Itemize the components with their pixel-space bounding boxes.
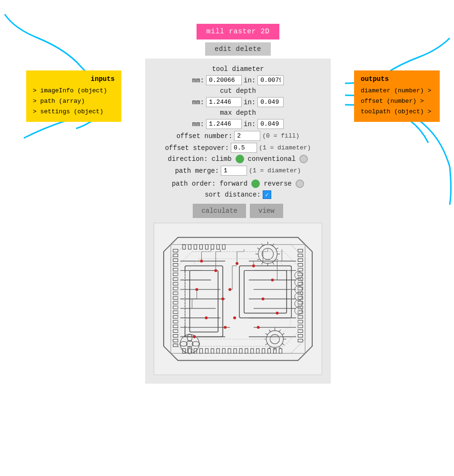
outputs-item-3: toolpath (object) >: [361, 107, 433, 117]
tool-diameter-row: mm: in:: [154, 75, 322, 85]
path-merge-row: path merge: (1 = diameter): [154, 166, 322, 176]
calculate-button[interactable]: calculate: [193, 204, 246, 218]
svg-point-142: [276, 312, 279, 315]
offset-number-hint: (0 = fill): [262, 132, 299, 139]
inputs-item-1: > imageInfo (object): [33, 86, 115, 96]
offset-number-input[interactable]: [234, 131, 260, 141]
max-depth-in-label: in:: [244, 120, 256, 128]
max-depth-in-input[interactable]: [257, 119, 284, 129]
climb-label: climb: [212, 155, 232, 163]
offset-stepover-row: offset stepover: (1 = diameter): [154, 143, 322, 153]
forward-label: forward: [219, 180, 247, 188]
cut-depth-title: cut depth: [154, 87, 322, 95]
path-merge-hint: (1 = diameter): [249, 167, 301, 174]
svg-point-137: [224, 326, 227, 329]
sort-distance-checkbox[interactable]: ✓: [263, 190, 271, 199]
offset-stepover-hint: (1 = diameter): [259, 144, 311, 151]
sort-distance-row: sort distance: ✓: [154, 190, 322, 199]
max-depth-mm-label: mm:: [192, 120, 204, 128]
tool-diameter-title: tool diameter: [154, 65, 322, 73]
inputs-item-3: > settings (object): [33, 107, 115, 117]
offset-number-row: offset number: (0 = fill): [154, 131, 322, 141]
svg-rect-0: [154, 223, 322, 375]
content-area: tool diameter mm: in: cut depth mm: in: …: [145, 59, 331, 384]
tool-diameter-in-input[interactable]: [257, 75, 284, 85]
reverse-radio[interactable]: [296, 179, 304, 188]
pcb-svg: [154, 223, 322, 375]
outputs-item-1: diameter (number) >: [361, 86, 433, 96]
max-depth-row: mm: in:: [154, 119, 322, 129]
max-depth-title: max depth: [154, 109, 322, 117]
tool-diameter-in-label: in:: [244, 77, 256, 84]
cut-depth-mm-input[interactable]: [206, 97, 242, 107]
title-button[interactable]: mill raster 2D: [197, 24, 279, 40]
cut-depth-in-label: in:: [244, 99, 256, 106]
climb-radio[interactable]: [236, 155, 244, 163]
path-merge-label: path merge:: [175, 167, 219, 175]
action-buttons: calculate view: [154, 204, 322, 218]
svg-point-138: [193, 336, 196, 338]
inputs-title: inputs: [33, 75, 115, 83]
forward-radio[interactable]: [251, 179, 260, 188]
cut-depth-in-input[interactable]: [257, 97, 284, 107]
view-button[interactable]: view: [250, 204, 283, 218]
pcb-preview: [154, 223, 322, 375]
svg-point-136: [205, 317, 207, 319]
cut-depth-mm-label: mm:: [192, 99, 204, 106]
reverse-label: reverse: [264, 180, 292, 188]
tool-diameter-mm-input[interactable]: [206, 75, 242, 85]
inputs-item-2: > path (array): [33, 96, 115, 107]
offset-number-label: offset number:: [177, 132, 233, 140]
direction-label: direction:: [168, 155, 208, 163]
offset-stepover-input[interactable]: [231, 143, 257, 153]
svg-point-143: [257, 326, 260, 329]
svg-point-135: [221, 298, 224, 300]
outputs-item-2: offset (number) >: [361, 96, 433, 107]
offset-stepover-label: offset stepover:: [165, 144, 229, 152]
cut-depth-row: mm: in:: [154, 97, 322, 107]
edit-delete-button[interactable]: edit delete: [205, 42, 271, 56]
tool-diameter-mm-label: mm:: [192, 77, 204, 84]
outputs-title: outputs: [361, 75, 433, 83]
max-depth-mm-input[interactable]: [206, 119, 242, 129]
inputs-panel: inputs > imageInfo (object) > path (arra…: [26, 70, 121, 122]
main-panel: mill raster 2D edit delete tool diameter…: [145, 24, 331, 384]
svg-point-141: [262, 298, 265, 300]
conventional-label: conventional: [248, 155, 296, 163]
direction-row: direction: climb conventional: [154, 155, 322, 163]
outputs-panel: outputs diameter (number) > offset (numb…: [354, 70, 440, 122]
sort-distance-label: sort distance:: [205, 191, 261, 198]
path-order-label: path order:: [172, 180, 216, 188]
svg-point-146: [233, 317, 236, 319]
path-merge-input[interactable]: [221, 166, 247, 176]
conventional-radio[interactable]: [299, 155, 308, 163]
path-order-row: path order: forward reverse: [154, 179, 322, 188]
